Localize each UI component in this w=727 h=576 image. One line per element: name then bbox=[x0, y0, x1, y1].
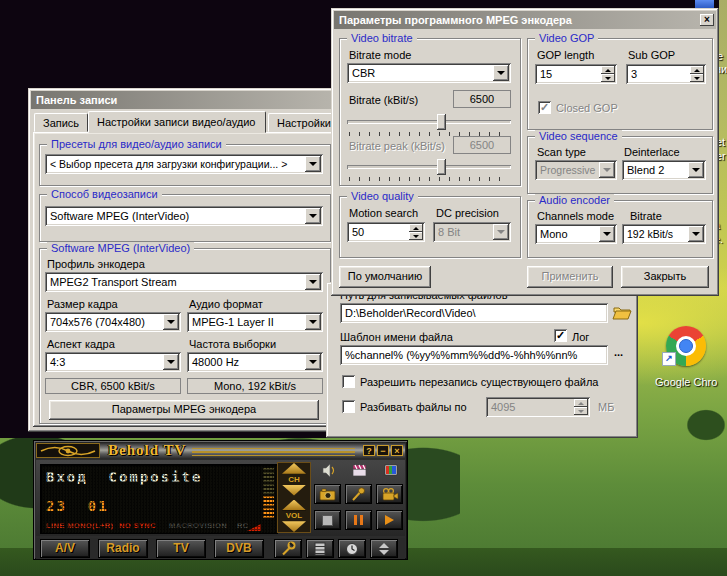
slider-thumb[interactable] bbox=[437, 114, 446, 130]
channel-down-button[interactable] bbox=[282, 485, 306, 496]
sub-gop-spinner[interactable]: 3 bbox=[626, 64, 706, 84]
motion-search-spinner[interactable]: 50 bbox=[347, 222, 425, 242]
help-icon[interactable]: ? bbox=[363, 445, 375, 456]
overwrite-checkbox[interactable] bbox=[342, 375, 355, 388]
volume-down-button[interactable] bbox=[282, 521, 306, 532]
gop-length-spinner[interactable]: 15 bbox=[535, 64, 617, 84]
split-size-value: 4095 bbox=[491, 401, 515, 413]
photo-camera-icon bbox=[319, 488, 336, 501]
profile-combobox[interactable]: MPEG2 Transport Stream bbox=[45, 272, 323, 292]
tab-record[interactable]: Запись bbox=[34, 113, 88, 132]
bitrate-mode-label: Bitrate mode bbox=[349, 49, 411, 62]
chevron-down-icon[interactable] bbox=[305, 274, 321, 290]
stop-button[interactable] bbox=[314, 510, 341, 530]
chevron-down-icon[interactable] bbox=[493, 224, 509, 240]
tv-title: Behold TV bbox=[108, 442, 186, 459]
chevron-down-icon[interactable] bbox=[305, 354, 321, 370]
spin-down-icon[interactable] bbox=[409, 232, 423, 240]
minimize-icon[interactable]: − bbox=[377, 445, 389, 456]
video-files-button[interactable] bbox=[306, 539, 334, 558]
spin-down-icon[interactable] bbox=[690, 74, 704, 82]
preset-combobox-value: < Выбор пресета для загрузки конфигураци… bbox=[50, 158, 287, 170]
spin-up-icon[interactable] bbox=[574, 399, 588, 407]
tv-mode-button[interactable]: TV bbox=[156, 539, 206, 558]
bitrate-slider[interactable] bbox=[347, 112, 511, 136]
scheduler-button[interactable] bbox=[338, 539, 366, 558]
led-input-text: Вход Composite bbox=[46, 469, 202, 485]
record-panel-titlebar[interactable]: Панель записи bbox=[31, 91, 337, 109]
chevron-down-icon[interactable] bbox=[305, 156, 321, 172]
log-checkbox[interactable]: ✓ bbox=[554, 329, 567, 342]
close-icon[interactable]: × bbox=[700, 14, 714, 26]
apply-button[interactable]: Применить bbox=[527, 266, 613, 288]
tab-video-audio-settings[interactable]: Настройки записи видео/аудио bbox=[88, 111, 266, 133]
av-mode-button[interactable]: A/V bbox=[40, 539, 90, 558]
bitrate-peak-slider[interactable] bbox=[347, 157, 511, 181]
compact-mode-button[interactable] bbox=[370, 539, 398, 558]
browse-button[interactable]: ... bbox=[614, 346, 623, 359]
chevron-down-icon[interactable] bbox=[163, 314, 179, 330]
sample-rate-combobox[interactable]: 48000 Hz bbox=[187, 352, 323, 372]
video-record-button[interactable] bbox=[376, 484, 403, 504]
frame-size-combobox[interactable]: 704x576 (704x480) bbox=[45, 312, 181, 332]
close-icon[interactable]: × bbox=[391, 445, 403, 456]
radio-mode-button[interactable]: Radio bbox=[98, 539, 148, 558]
split-files-checkbox[interactable] bbox=[342, 400, 355, 413]
tab-settings[interactable]: Настройки bbox=[268, 113, 338, 132]
video-sequence-title: Video sequence bbox=[535, 130, 622, 143]
audio-format-combobox[interactable]: MPEG-1 Layer II bbox=[187, 312, 323, 332]
chrome-icon-label[interactable]: Google Chro bbox=[655, 376, 727, 388]
tv-titlebar[interactable]: Behold TV ? − × bbox=[36, 442, 405, 459]
spin-down-icon[interactable] bbox=[601, 74, 615, 82]
preset-combobox[interactable]: < Выбор пресета для загрузки конфигураци… bbox=[45, 154, 323, 174]
audio-bitrate-label: Bitrate bbox=[630, 210, 662, 223]
dc-precision-combobox[interactable]: 8 Bit bbox=[433, 222, 511, 242]
slider-thumb[interactable] bbox=[437, 159, 446, 175]
deinterlace-combobox[interactable]: Blend 2 bbox=[622, 160, 706, 180]
settings-button[interactable] bbox=[274, 539, 302, 558]
dvb-mode-button[interactable]: DVB bbox=[214, 539, 264, 558]
channels-mode-combobox[interactable]: Mono bbox=[535, 224, 617, 244]
spin-down-icon[interactable] bbox=[574, 407, 588, 415]
chevron-down-icon[interactable] bbox=[493, 65, 509, 81]
pause-button[interactable] bbox=[345, 510, 372, 530]
speaker-icon[interactable] bbox=[322, 464, 336, 479]
gop-length-label: GOP length bbox=[537, 49, 594, 62]
path-edit[interactable]: D:\Beholder\Record\Video\ bbox=[340, 303, 608, 323]
tv-colors-icon[interactable] bbox=[384, 464, 398, 478]
video-bitrate-title: Video bitrate bbox=[347, 32, 417, 45]
split-size-spinner[interactable]: 4095 bbox=[486, 397, 590, 417]
play-button[interactable] bbox=[376, 510, 403, 530]
audio-bitrate-combobox[interactable]: 192 kBit/s bbox=[622, 224, 706, 244]
folder-open-icon[interactable] bbox=[612, 304, 632, 323]
mpeg-encoder-params-button[interactable]: Параметры MPEG энкодера bbox=[49, 400, 319, 420]
volume-label: VOL bbox=[286, 511, 302, 520]
snapshot-button[interactable] bbox=[314, 484, 341, 504]
bitrate-mode-combobox[interactable]: CBR bbox=[347, 63, 511, 83]
closed-gop-checkbox[interactable]: ✓ bbox=[538, 101, 551, 114]
default-button[interactable]: По умолчанию bbox=[339, 266, 431, 288]
aspect-combobox[interactable]: 4:3 bbox=[45, 352, 181, 372]
chevron-down-icon[interactable] bbox=[688, 226, 704, 242]
chevron-down-icon[interactable] bbox=[688, 162, 704, 178]
chevron-down-icon[interactable] bbox=[305, 314, 321, 330]
record-files-window: Путь для записываемых файлов D:\Beholder… bbox=[326, 282, 638, 438]
record-method-combobox[interactable]: Software MPEG (InterVideo) bbox=[45, 206, 323, 226]
encoder-titlebar[interactable]: Параметры программного MPEG энкодера bbox=[334, 11, 716, 29]
chevron-down-icon[interactable] bbox=[305, 208, 321, 224]
spin-up-icon[interactable] bbox=[409, 224, 423, 232]
volume-up-button[interactable] bbox=[282, 500, 306, 511]
close-button[interactable]: Закрыть bbox=[621, 266, 709, 288]
chevron-down-icon[interactable] bbox=[163, 354, 179, 370]
chevron-down-icon[interactable] bbox=[599, 226, 615, 242]
clapperboard-icon[interactable] bbox=[352, 464, 367, 479]
channel-up-button[interactable] bbox=[282, 463, 306, 474]
play-icon bbox=[385, 515, 394, 525]
spin-up-icon[interactable] bbox=[690, 66, 704, 74]
template-edit[interactable]: %channel% (%yy%%mm%%dd%-%hh%%nn% bbox=[340, 345, 608, 365]
scan-type-combobox[interactable]: Progressive bbox=[535, 160, 617, 180]
status-no-sync: NO SYNC bbox=[119, 521, 156, 530]
chevron-down-icon[interactable] bbox=[599, 162, 615, 178]
audio-record-button[interactable] bbox=[345, 484, 372, 504]
spin-up-icon[interactable] bbox=[601, 66, 615, 74]
